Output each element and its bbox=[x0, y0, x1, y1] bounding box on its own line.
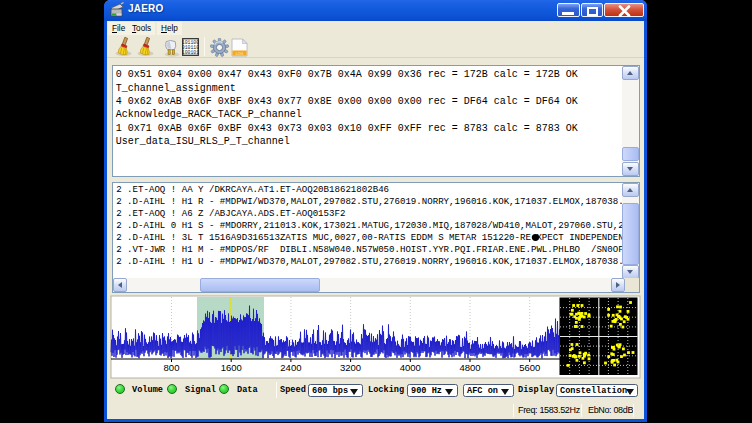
svg-text:3200: 3200 bbox=[340, 362, 361, 373]
svg-text:4800: 4800 bbox=[459, 362, 480, 373]
svg-text:4000: 4000 bbox=[400, 362, 421, 373]
svg-text:5600: 5600 bbox=[519, 362, 540, 373]
svg-text:1600: 1600 bbox=[221, 362, 242, 373]
svg-text:2400: 2400 bbox=[280, 362, 301, 373]
svg-text:800: 800 bbox=[164, 362, 180, 373]
